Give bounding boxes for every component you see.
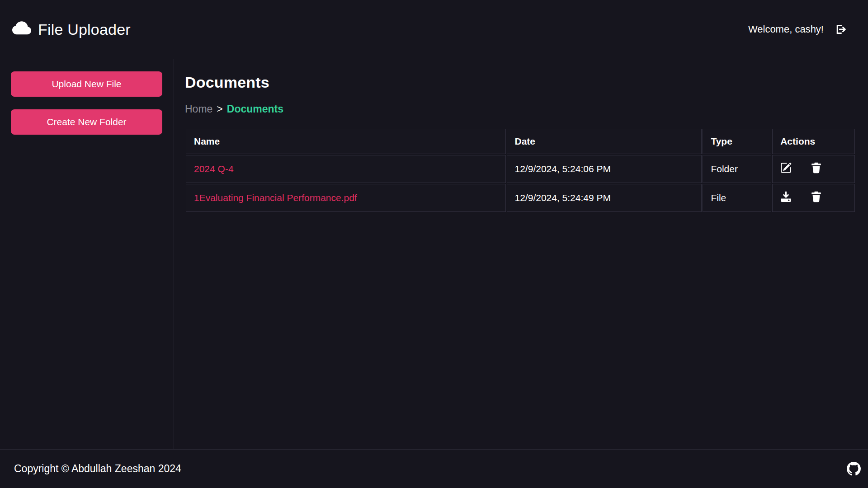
welcome-text: Welcome, cashy! <box>748 23 824 35</box>
breadcrumb-current: Documents <box>227 103 283 115</box>
files-table: Name Date Type Actions 2024 Q-4 12/9/202… <box>185 128 856 213</box>
trash-icon[interactable] <box>811 162 822 174</box>
breadcrumb: Home>Documents <box>185 103 856 115</box>
github-icon[interactable] <box>847 462 861 476</box>
page-title: Documents <box>185 74 856 91</box>
file-name-link[interactable]: 1Evaluating Financial Performance.pdf <box>194 192 357 203</box>
table-header-row: Name Date Type Actions <box>186 129 855 154</box>
copyright-text: Copyright © Abdullah Zeeshan 2024 <box>14 463 181 475</box>
column-header-type: Type <box>703 129 771 154</box>
trash-icon[interactable] <box>811 191 822 202</box>
app-header: File Uploader Welcome, cashy! <box>0 0 868 59</box>
folder-name-link[interactable]: 2024 Q-4 <box>194 164 234 174</box>
cloud-icon <box>12 19 31 40</box>
row-date: 12/9/2024, 5:24:49 PM <box>507 184 702 212</box>
breadcrumb-home-link[interactable]: Home <box>185 103 212 115</box>
main-content: Documents Home>Documents Name Date Type … <box>174 59 868 449</box>
app-brand: File Uploader <box>12 19 131 40</box>
breadcrumb-separator: > <box>217 103 222 115</box>
edit-icon[interactable] <box>780 162 792 174</box>
table-row: 2024 Q-4 12/9/2024, 5:24:06 PM Folder <box>186 155 855 183</box>
column-header-name: Name <box>186 129 506 154</box>
row-date: 12/9/2024, 5:24:06 PM <box>507 155 702 183</box>
column-header-date: Date <box>507 129 702 154</box>
upload-new-file-button[interactable]: Upload New File <box>11 71 162 97</box>
download-icon[interactable] <box>780 191 792 202</box>
app-title: File Uploader <box>38 21 131 38</box>
create-new-folder-button[interactable]: Create New Folder <box>11 109 162 135</box>
app-footer: Copyright © Abdullah Zeeshan 2024 <box>0 449 868 488</box>
table-row: 1Evaluating Financial Performance.pdf 12… <box>186 184 855 212</box>
row-type: File <box>703 184 771 212</box>
row-type: Folder <box>703 155 771 183</box>
logout-icon[interactable] <box>834 23 846 36</box>
column-header-actions: Actions <box>772 129 855 154</box>
sidebar: Upload New File Create New Folder <box>0 59 174 449</box>
